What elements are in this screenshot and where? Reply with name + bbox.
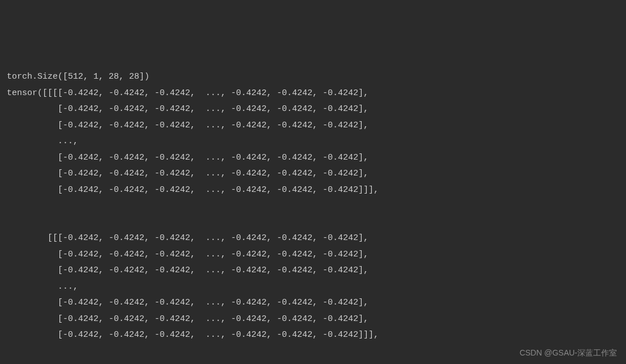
terminal-output: torch.Size([512, 1, 28, 28])tensor([[[[-… (7, 69, 619, 344)
output-line-6: [-0.4242, -0.4242, -0.4242, ..., -0.4242… (7, 166, 619, 182)
output-line-0: torch.Size([512, 1, 28, 28]) (7, 69, 619, 85)
output-line-4: ..., (7, 134, 619, 150)
output-line-11: [-0.4242, -0.4242, -0.4242, ..., -0.4242… (7, 247, 619, 263)
watermark-text: CSDN @GSAU-深蓝工作室 (520, 345, 617, 361)
output-line-13: ..., (7, 279, 619, 296)
output-line-14: [-0.4242, -0.4242, -0.4242, ..., -0.4242… (7, 295, 619, 311)
output-line-9 (7, 215, 619, 231)
output-line-7: [-0.4242, -0.4242, -0.4242, ..., -0.4242… (7, 182, 619, 199)
output-line-15: [-0.4242, -0.4242, -0.4242, ..., -0.4242… (7, 311, 619, 328)
output-line-2: [-0.4242, -0.4242, -0.4242, ..., -0.4242… (7, 101, 619, 118)
output-line-3: [-0.4242, -0.4242, -0.4242, ..., -0.4242… (7, 118, 619, 134)
output-line-10: [[[-0.4242, -0.4242, -0.4242, ..., -0.42… (7, 230, 619, 247)
output-line-5: [-0.4242, -0.4242, -0.4242, ..., -0.4242… (7, 150, 619, 166)
output-line-8 (7, 198, 619, 215)
output-line-12: [-0.4242, -0.4242, -0.4242, ..., -0.4242… (7, 263, 619, 279)
output-line-1: tensor([[[[-0.4242, -0.4242, -0.4242, ..… (7, 85, 619, 102)
output-line-16: [-0.4242, -0.4242, -0.4242, ..., -0.4242… (7, 327, 619, 344)
